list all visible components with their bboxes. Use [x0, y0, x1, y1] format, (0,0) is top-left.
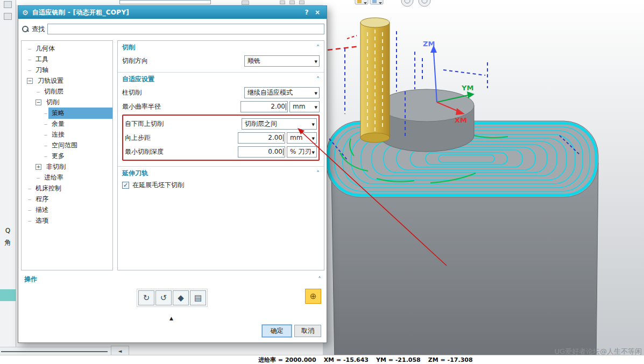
tree-item-strategy[interactable]: ‒策略: [22, 108, 112, 118]
group-adaptive-settings: 自适应设置 ˄ 柱切削 继续自适应模式 ▼ 最小曲率半径 2.00: [118, 73, 324, 167]
cut-direction-select[interactable]: 顺铣 ▼: [244, 55, 320, 67]
horizontal-scrollbar[interactable]: [0, 347, 111, 355]
scroll-left-icon: ◄: [118, 348, 122, 354]
min-cut-depth-input[interactable]: 0.00: [238, 146, 285, 158]
cut-direction-label: 切削方向: [122, 56, 244, 66]
min-curvature-radius-label: 最小曲率半径: [122, 102, 240, 111]
column-cut-select[interactable]: 继续自适应模式 ▼: [244, 87, 320, 98]
dialog-collapse-arrow[interactable]: ▲: [169, 316, 173, 321]
gear-icon: ⚙: [22, 9, 29, 17]
chevron-up-icon[interactable]: ˄: [316, 77, 320, 82]
min-cut-depth-label: 最小切削深度: [125, 147, 238, 156]
left-strip-selected-row[interactable]: [0, 289, 16, 301]
ym-axis-label: YM: [461, 84, 473, 92]
verify-icon: ◆: [178, 293, 184, 303]
toolbar-icon-fragment[interactable]: [289, 1, 295, 4]
close-button[interactable]: ×: [312, 9, 323, 16]
xm-axis-label: XM: [455, 116, 467, 124]
graphics-viewport[interactable]: ZM YM XM: [323, 0, 644, 364]
tree-item-more[interactable]: ‒更多: [22, 151, 112, 161]
toolbar-icon-fragment[interactable]: [299, 1, 305, 4]
collapse-expander-icon[interactable]: −: [36, 99, 41, 105]
group-extend-toolpath: 延伸刀轨 ˄ ✓ 在延展毛坯下切削: [118, 167, 324, 195]
dropdown-arrow-icon: ▼: [312, 151, 315, 155]
status-bar: 进给率 = 2000.000 XM = -15.643 YM = -21.058…: [0, 355, 644, 364]
top-toolbar-clipped: [16, 0, 323, 5]
tree-item-machine-control[interactable]: ‒机床控制: [22, 183, 112, 194]
dropdown-arrow-icon: ▼: [315, 91, 317, 96]
tree-item-tool[interactable]: ‒工具: [22, 54, 112, 65]
tree-item-cut-levels[interactable]: ‒切削层: [22, 86, 112, 97]
help-button[interactable]: ?: [301, 9, 312, 16]
left-strip-label-q: Q: [0, 227, 16, 234]
tree-item-connect[interactable]: ‒连接: [22, 129, 112, 140]
tree-item-cutting[interactable]: −切削: [22, 97, 112, 108]
group-cutting: 切削 ˄ 切削方向 顺铣 ▼: [118, 41, 324, 73]
tree-item-feed-rate[interactable]: ‒进给率: [22, 172, 112, 183]
column-cut-label: 柱切削: [122, 88, 244, 97]
text-cursor: [283, 148, 284, 155]
toolbar-icon-fragment[interactable]: [242, 1, 249, 5]
tree-item-geometry[interactable]: ‒几何体: [22, 43, 112, 54]
highlighted-action-button[interactable]: ⊕: [305, 289, 321, 304]
milling-tool[interactable]: [360, 18, 390, 142]
scrollbar-groove: [1, 351, 108, 352]
tree-item-stock[interactable]: ‒余量: [22, 118, 112, 129]
replay-icon: ↺: [160, 293, 167, 303]
toolbar-input-fragment[interactable]: [119, 0, 211, 4]
dropdown-arrow-icon: ▼: [312, 123, 315, 127]
text-cursor: [286, 103, 286, 110]
group-adaptive-title: 自适应设置: [122, 75, 154, 84]
application-window: ZM YM XM Q: [0, 0, 644, 364]
min-curvature-radius-unit-select[interactable]: mm ▼: [289, 101, 320, 112]
dialog-title: 自适应铣削 - [动态开粗_COPY]: [32, 8, 301, 17]
replay-toolpath-button[interactable]: ↺: [155, 290, 172, 305]
dialog-button-row: 确定 取消: [18, 325, 323, 338]
group-actions-title: 操作: [24, 275, 37, 284]
dropdown-arrow-icon: ▼: [315, 105, 317, 110]
cancel-button[interactable]: 取消: [294, 325, 321, 337]
tree-item-non-cutting[interactable]: +非切削: [22, 161, 112, 172]
zm-axis-label: ZM: [423, 40, 435, 48]
cut-below-blank-checkbox[interactable]: ✓: [122, 182, 129, 189]
ok-button[interactable]: 确定: [262, 325, 292, 337]
text-cursor: [283, 134, 284, 141]
tree-item-spatial-range[interactable]: ‒空间范围: [22, 140, 112, 151]
chevron-up-icon[interactable]: ˄: [318, 277, 321, 282]
tree-item-options[interactable]: ‒选项: [22, 215, 112, 226]
status-feed-rate: 进给率 = 2000.000: [258, 356, 316, 364]
min-curvature-radius-input[interactable]: 2.00: [240, 101, 288, 112]
bottom-up-cut-label: 自下而上切削: [125, 119, 242, 129]
list-toolpath-button[interactable]: ▤: [190, 290, 206, 305]
adaptive-milling-dialog: ⚙ 自适应铣削 - [动态开粗_COPY] ? × 查找 ‒几何体 ‒工具 ‒刀…: [18, 5, 327, 343]
up-step-input[interactable]: 2.00: [238, 132, 285, 144]
search-input[interactable]: [47, 24, 324, 34]
collapse-expander-icon[interactable]: −: [27, 78, 33, 84]
cut-below-blank-label: 在延展毛坯下切削: [132, 181, 184, 190]
left-strip-icon[interactable]: [4, 1, 12, 8]
dialog-navigation-tree: ‒几何体 ‒工具 ‒刀轴 −刀轨设置 ‒切削层 −切削 ‒策略 ‒余量 ‒连接 …: [21, 40, 113, 270]
expand-expander-icon[interactable]: +: [36, 164, 41, 170]
left-strip-icon[interactable]: [4, 13, 12, 20]
up-step-unit-select[interactable]: mm ▼: [287, 132, 317, 144]
search-label: 查找: [32, 25, 45, 34]
generate-toolpath-button[interactable]: ↻: [138, 290, 154, 305]
bottom-up-cut-select[interactable]: 切削层之间 ▼: [242, 118, 317, 130]
dropdown-arrow-icon: ▼: [312, 137, 315, 141]
toolbar-icon-fragment[interactable]: [280, 1, 285, 4]
parameter-panel: 切削 ˄ 切削方向 顺铣 ▼ 自适应设置 ˄ 柱切削: [117, 40, 324, 270]
chevron-up-icon[interactable]: ˄: [316, 45, 320, 51]
tree-item-program[interactable]: ‒程序: [22, 194, 112, 204]
action-button-group: ↻ ↺ ◆ ▤: [137, 289, 208, 307]
status-ym: YM = -21.058: [376, 356, 421, 363]
min-cut-depth-unit-select[interactable]: % 刀刃 ▼: [287, 146, 317, 158]
up-step-label: 向上步距: [125, 133, 238, 142]
tree-item-tool-axis[interactable]: ‒刀轴: [22, 65, 112, 75]
verify-toolpath-button[interactable]: ◆: [173, 290, 189, 305]
status-zm: ZM = -17.308: [428, 356, 473, 363]
tree-item-path-settings[interactable]: −刀轨设置: [22, 75, 112, 86]
dialog-title-bar[interactable]: ⚙ 自适应铣削 - [动态开粗_COPY] ? ×: [18, 6, 327, 19]
chevron-up-icon[interactable]: ˄: [316, 171, 320, 176]
find-icon: [22, 25, 29, 33]
tree-item-description[interactable]: ‒描述: [22, 204, 112, 215]
